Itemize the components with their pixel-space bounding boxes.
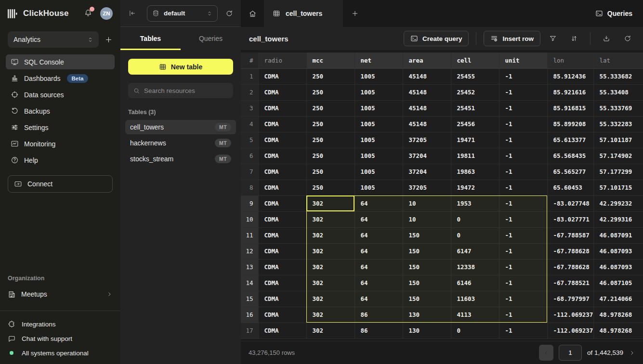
insert-row-button[interactable]: Insert row xyxy=(484,31,540,46)
cell[interactable]: 302 xyxy=(306,227,354,243)
cell[interactable]: CDMA xyxy=(258,180,306,195)
cell[interactable]: 55.333682 xyxy=(593,68,643,84)
cell[interactable]: -1 xyxy=(499,259,547,275)
cell[interactable]: 42.299232 xyxy=(593,195,643,211)
cell[interactable]: 250 xyxy=(306,180,354,195)
cell[interactable]: 86 xyxy=(354,323,403,338)
cell[interactable]: -67.788628 xyxy=(547,243,593,259)
sidebar-item-sql-console[interactable]: SQL Console xyxy=(6,54,115,69)
row-number[interactable]: 2 xyxy=(241,84,258,100)
cell[interactable]: 46.087105 xyxy=(593,275,643,291)
cell[interactable]: -1 xyxy=(499,148,547,164)
cell[interactable]: CDMA xyxy=(258,84,306,100)
cell[interactable]: 64 xyxy=(354,243,403,259)
cell[interactable]: CDMA xyxy=(258,68,306,84)
row-number[interactable]: 1 xyxy=(241,68,258,84)
cell[interactable]: 250 xyxy=(306,148,354,164)
cell[interactable]: 25455 xyxy=(451,68,499,84)
cell[interactable]: 65.613377 xyxy=(547,132,593,148)
cell[interactable]: CDMA xyxy=(258,275,306,291)
sidebar-item-settings[interactable]: Settings xyxy=(6,120,115,135)
cell[interactable]: CDMA xyxy=(258,132,306,148)
table-list-item-cell_towers[interactable]: cell_towersMT xyxy=(125,120,236,134)
cell[interactable]: 57.101715 xyxy=(593,180,643,195)
cell[interactable]: 25456 xyxy=(451,116,499,132)
cell[interactable]: 25452 xyxy=(451,84,499,100)
search-input[interactable] xyxy=(144,87,229,94)
cell[interactable]: CDMA xyxy=(258,100,306,116)
cell[interactable]: 47.214066 xyxy=(593,291,643,307)
cell[interactable]: -1 xyxy=(499,291,547,307)
cell[interactable]: -1 xyxy=(499,323,547,338)
cell[interactable]: 250 xyxy=(306,132,354,148)
row-number[interactable]: 16 xyxy=(241,307,258,323)
cell[interactable]: CDMA xyxy=(258,116,306,132)
workspace-selector[interactable]: Analytics xyxy=(8,31,99,48)
cell[interactable]: 37205 xyxy=(403,180,451,195)
cell[interactable]: -1 xyxy=(499,84,547,100)
cell[interactable]: 1005 xyxy=(354,84,403,100)
cell[interactable]: -83.027748 xyxy=(547,195,593,211)
new-table-button[interactable]: New table xyxy=(128,59,233,75)
cell[interactable]: 86 xyxy=(354,307,403,323)
cell[interactable]: 64 xyxy=(354,291,403,307)
row-number[interactable]: 6 xyxy=(241,148,258,164)
cell[interactable]: -1 xyxy=(499,180,547,195)
cell[interactable]: -67.788521 xyxy=(547,275,593,291)
cell[interactable]: 64 xyxy=(354,211,403,227)
cell[interactable]: 6146 xyxy=(451,275,499,291)
cell[interactable]: 1005 xyxy=(354,68,403,84)
cell[interactable]: 85.912436 xyxy=(547,68,593,84)
row-number[interactable]: 13 xyxy=(241,259,258,275)
footer-item-all-systems-operational[interactable]: All systems operational xyxy=(0,346,120,360)
table-list-item-hackernews[interactable]: hackernewsMT xyxy=(125,136,236,150)
column-header-cell[interactable]: cell xyxy=(451,52,499,68)
cell[interactable]: 45148 xyxy=(403,68,451,84)
column-header-unit[interactable]: unit xyxy=(499,52,547,68)
cell[interactable]: CDMA xyxy=(258,227,306,243)
row-number[interactable]: 14 xyxy=(241,275,258,291)
cell[interactable]: 302 xyxy=(306,211,354,227)
cell[interactable]: 302 xyxy=(306,259,354,275)
cell[interactable]: 46.087091 xyxy=(593,227,643,243)
cell[interactable]: -1 xyxy=(499,100,547,116)
cell[interactable]: 55.33408 xyxy=(593,84,643,100)
row-number[interactable]: 8 xyxy=(241,180,258,195)
cell[interactable]: 25451 xyxy=(451,100,499,116)
row-number[interactable]: 9 xyxy=(241,195,258,211)
cell[interactable]: 1005 xyxy=(354,180,403,195)
cell[interactable]: CDMA xyxy=(258,307,306,323)
cell[interactable]: 0 xyxy=(451,323,499,338)
cell[interactable]: 57.174902 xyxy=(593,148,643,164)
cell[interactable]: 42.299316 xyxy=(593,211,643,227)
cell[interactable]: 65.568435 xyxy=(547,148,593,164)
footer-item-integrations[interactable]: Integrations xyxy=(0,317,120,331)
column-header-net[interactable]: net xyxy=(354,52,403,68)
cell[interactable]: 48.978268 xyxy=(593,307,643,323)
column-header-area[interactable]: area xyxy=(403,52,451,68)
cell[interactable]: 85.916815 xyxy=(547,100,593,116)
row-number[interactable]: 7 xyxy=(241,164,258,180)
cell[interactable]: 19472 xyxy=(451,180,499,195)
table-list-item-stocks_stream[interactable]: stocks_streamMT xyxy=(125,152,236,166)
next-page-button[interactable] xyxy=(629,350,635,356)
column-header-mcc[interactable]: mcc xyxy=(306,52,354,68)
row-number[interactable]: 15 xyxy=(241,291,258,307)
cell[interactable]: 65.565277 xyxy=(547,164,593,180)
cell[interactable]: CDMA xyxy=(258,323,306,338)
cell[interactable]: -112.069237 xyxy=(547,307,593,323)
cell[interactable]: 250 xyxy=(306,164,354,180)
cell[interactable]: -1 xyxy=(499,132,547,148)
cell[interactable]: 45148 xyxy=(403,116,451,132)
sidebar-item-help[interactable]: Help xyxy=(6,153,115,168)
sidebar-item-backups[interactable]: Backups xyxy=(6,104,115,118)
cell[interactable]: 1005 xyxy=(354,148,403,164)
cell[interactable]: 1005 xyxy=(354,116,403,132)
cell[interactable]: 65.60453 xyxy=(547,180,593,195)
cell[interactable]: 64 xyxy=(354,195,403,211)
cell[interactable]: 1005 xyxy=(354,132,403,148)
cell[interactable]: -1 xyxy=(499,116,547,132)
cell[interactable]: 250 xyxy=(306,100,354,116)
avatar[interactable]: ZN xyxy=(100,7,113,20)
new-tab-button[interactable] xyxy=(343,0,367,27)
